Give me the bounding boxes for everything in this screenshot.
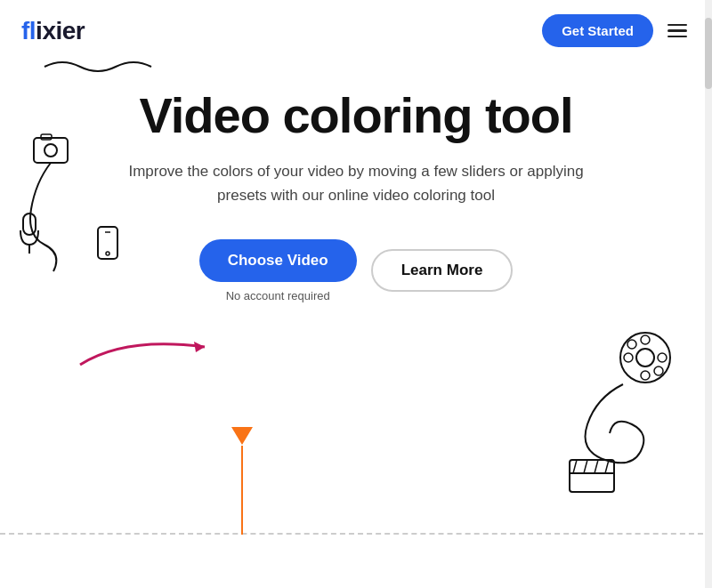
pink-arrow [71, 327, 231, 375]
logo-text-rest: ixier [36, 17, 85, 44]
timeline-area [0, 472, 712, 588]
header-actions: Get Started [542, 14, 691, 47]
timeline-line [0, 533, 712, 535]
hamburger-line-3 [668, 36, 687, 38]
hero-title: Video coloring tool [139, 88, 572, 143]
logo: flixier [21, 17, 85, 45]
svg-line-20 [584, 460, 587, 473]
svg-point-14 [658, 353, 667, 362]
svg-point-11 [641, 335, 650, 344]
svg-line-21 [595, 460, 598, 473]
svg-point-15 [627, 340, 636, 349]
svg-line-22 [605, 460, 609, 473]
hamburger-line-2 [668, 29, 687, 32]
svg-point-9 [620, 333, 670, 383]
hamburger-line-1 [668, 24, 687, 27]
main-content: Video coloring tool Improve the colors o… [0, 61, 712, 302]
hamburger-button[interactable] [664, 20, 691, 42]
marker-diamond [231, 427, 253, 445]
choose-video-wrapper: Choose Video No account required [199, 239, 357, 302]
choose-video-button[interactable]: Choose Video [199, 239, 357, 282]
marker-line [241, 446, 243, 535]
no-account-label: No account required [226, 289, 330, 302]
header: flixier Get Started [0, 0, 712, 61]
logo-text: fl [21, 17, 36, 44]
svg-point-13 [624, 353, 633, 362]
timeline-marker [231, 428, 253, 535]
get-started-button[interactable]: Get Started [542, 14, 653, 47]
svg-line-19 [573, 460, 577, 473]
scrollbar[interactable] [705, 0, 712, 588]
hero-subtitle: Improve the colors of your video by movi… [125, 159, 587, 207]
svg-point-12 [641, 371, 650, 380]
buttons-row: Choose Video No account required Learn M… [199, 239, 514, 302]
learn-more-button[interactable]: Learn More [371, 249, 514, 292]
svg-point-16 [654, 366, 663, 375]
svg-marker-8 [194, 342, 205, 352]
svg-point-10 [636, 349, 654, 366]
